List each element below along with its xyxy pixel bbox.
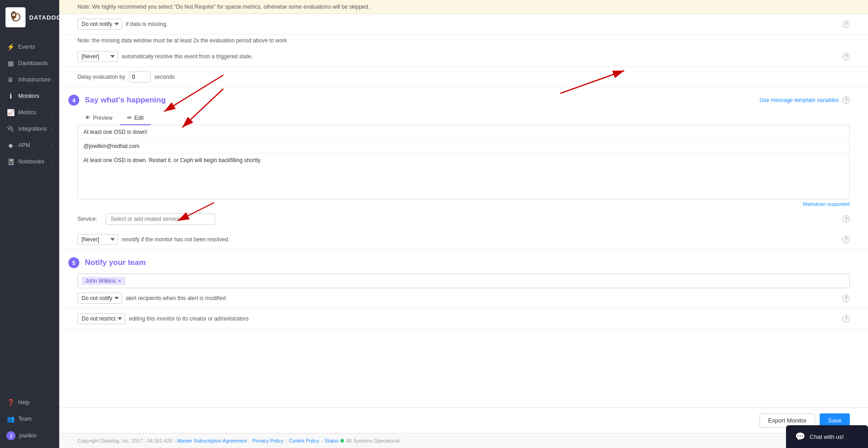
logo-icon (5, 7, 26, 27)
help-label: Help (18, 399, 30, 406)
delay-eval-row: Delay evaluation by seconds (59, 67, 868, 87)
footer-left: Copyright Datadog, Inc. 2017 - 34.161.42… (77, 438, 400, 443)
sidebar-item-team[interactable]: 👥 Team (0, 411, 59, 427)
metrics-icon: 📈 (6, 108, 15, 117)
username-label: jowilkin (19, 433, 37, 439)
chevron-right-icon: › (51, 143, 53, 148)
missing-data-label: if data is missing. (126, 21, 168, 27)
recipients-input-row[interactable]: John Wilkins × (77, 274, 850, 288)
auto-resolve-dropdown[interactable]: [Never] 15 minutes 1 hour (77, 51, 118, 62)
renotify-select-wrapper: [Never] 15 minutes 1 hour (77, 234, 118, 245)
tab-edit[interactable]: ✏ Edit (120, 111, 151, 125)
sidebar-item-help[interactable]: ❓ Help (0, 394, 59, 411)
sidebar-item-label: Notebooks (18, 158, 51, 165)
section-header-right: Use message template variables ? (760, 97, 850, 104)
service-label: Service: (77, 216, 100, 222)
sidebar-logo: DATADOG (0, 0, 59, 35)
say-what-title: Say what's happening (85, 96, 166, 105)
svg-point-3 (13, 14, 14, 15)
restrict-help-icon[interactable]: ? (842, 315, 850, 322)
notify-modified-row: Do not notify Notify alert recipients wh… (59, 288, 868, 309)
user-avatar: J (6, 431, 15, 440)
sidebar-item-user[interactable]: J jowilkin (0, 427, 59, 444)
integrations-icon: 🔌 (6, 125, 15, 133)
notify-modified-dropdown[interactable]: Do not notify Notify (77, 293, 122, 304)
sidebar-bottom: ❓ Help 👥 Team J jowilkin (0, 390, 59, 448)
delay-input[interactable] (129, 71, 151, 82)
sidebar-item-notebooks[interactable]: 📓 Notebooks › (0, 153, 59, 170)
delay-unit: seconds (154, 74, 175, 80)
sparse-metrics-note: Note: We highly recommend you select "Do… (59, 0, 868, 14)
chevron-right-icon: › (51, 94, 53, 99)
team-icon: 👥 (6, 415, 15, 423)
editor-tabs: 👁 Preview ✏ Edit (77, 111, 850, 125)
notify-title: Notify your team (85, 258, 146, 267)
status-dot (340, 439, 344, 443)
restrict-select-wrapper: Do not restrict Restrict (77, 313, 125, 324)
notify-modified-label: alert recipients when this alert is modi… (126, 295, 226, 301)
chevron-right-icon: › (51, 110, 53, 115)
copyright-text: Copyright Datadog, Inc. 2017 - 34.161.42… (77, 438, 175, 443)
sidebar-item-label: Infrastructure (18, 76, 51, 83)
message-body[interactable]: At least one OSD is down. Restart it, or… (78, 153, 849, 199)
chat-icon: 💬 (795, 432, 805, 442)
msa-link[interactable]: Master Subscription Agreement (177, 438, 247, 443)
service-help-icon[interactable]: ? (842, 215, 850, 223)
dashboards-icon: ▦ (6, 59, 15, 67)
help-icon: ❓ (6, 398, 15, 407)
team-label: Team (18, 416, 31, 422)
sidebar-item-integrations[interactable]: 🔌 Integrations › (0, 121, 59, 137)
service-input[interactable] (106, 213, 215, 225)
recipient-remove-icon[interactable]: × (118, 278, 121, 284)
sidebar-item-label: Events (18, 44, 53, 50)
sidebar-item-label: Dashboards (18, 60, 51, 66)
tab-preview[interactable]: 👁 Preview (77, 111, 120, 125)
sidebar-item-infrastructure[interactable]: 🖥 Infrastructure › (0, 71, 59, 88)
missing-data-help-icon[interactable]: ? (842, 20, 850, 28)
notify-modified-select-wrapper: Do not notify Notify (77, 293, 122, 304)
sidebar-item-monitors[interactable]: ℹ Monitors › (0, 88, 59, 104)
sidebar-item-dashboards[interactable]: ▦ Dashboards › (0, 55, 59, 71)
renotify-label: renotify if the monitor has not been res… (122, 236, 230, 243)
missing-data-note2: Note: the missing data window must be at… (59, 35, 868, 46)
auto-resolve-label: automatically resolve this event from a … (122, 53, 252, 60)
chat-label: Chat with us! (810, 433, 844, 440)
footer-separator3: - (321, 438, 323, 443)
sidebar-item-metrics[interactable]: 📈 Metrics › (0, 104, 59, 121)
footer: Copyright Datadog, Inc. 2017 - 34.161.42… (59, 433, 868, 448)
message-email-line[interactable]: @jowilkin@redhat.com (78, 139, 849, 153)
notify-section-header: 5 Notify your team (59, 250, 868, 274)
privacy-link[interactable]: Privacy Policy (252, 438, 283, 443)
chat-widget[interactable]: 💬 Chat with us! (786, 425, 868, 448)
template-help-icon[interactable]: ? (842, 97, 850, 104)
restrict-dropdown[interactable]: Do not restrict Restrict (77, 313, 125, 324)
missing-data-dropdown[interactable]: Do not notify Notify (77, 19, 122, 30)
events-icon: ⚡ (6, 43, 15, 51)
content-area: Note: We highly recommend you select "Do… (59, 0, 868, 407)
chevron-right-icon: › (51, 61, 53, 66)
say-what-section-header: 4 Say what's happening Use message templ… (59, 87, 868, 111)
markdown-supported-note: Markdown supported (59, 199, 868, 209)
sidebar-item-apm[interactable]: ◆ APM › (0, 137, 59, 153)
status-link[interactable]: Status (324, 438, 339, 443)
edit-icon: ✏ (127, 114, 132, 121)
sidebar-item-label: Metrics (18, 109, 51, 116)
template-variables-link[interactable]: Use message template variables (760, 97, 839, 103)
auto-resolve-help-icon[interactable]: ? (842, 53, 850, 60)
service-row: Service: ? (59, 209, 868, 229)
notify-modified-help-icon[interactable]: ? (842, 295, 850, 302)
notebooks-icon: 📓 (6, 158, 15, 166)
chevron-right-icon: › (51, 159, 53, 164)
apm-icon: ◆ (6, 141, 15, 149)
footer-separator1: - (249, 438, 251, 443)
renotify-dropdown[interactable]: [Never] 15 minutes 1 hour (77, 234, 118, 245)
message-title-line[interactable]: At least one OSD is down! (78, 125, 849, 139)
chevron-right-icon: › (51, 77, 53, 82)
renotify-help-icon[interactable]: ? (842, 236, 850, 243)
cookie-link[interactable]: Cookie Policy (289, 438, 319, 443)
sidebar-item-events[interactable]: ⚡ Events (0, 39, 59, 55)
message-editor: At least one OSD is down! @jowilkin@redh… (77, 125, 850, 199)
sidebar-nav: ⚡ Events ▦ Dashboards › 🖥 Infrastructure… (0, 35, 59, 390)
notify-section: John Wilkins × (59, 274, 868, 288)
recipient-tag[interactable]: John Wilkins × (82, 277, 125, 285)
